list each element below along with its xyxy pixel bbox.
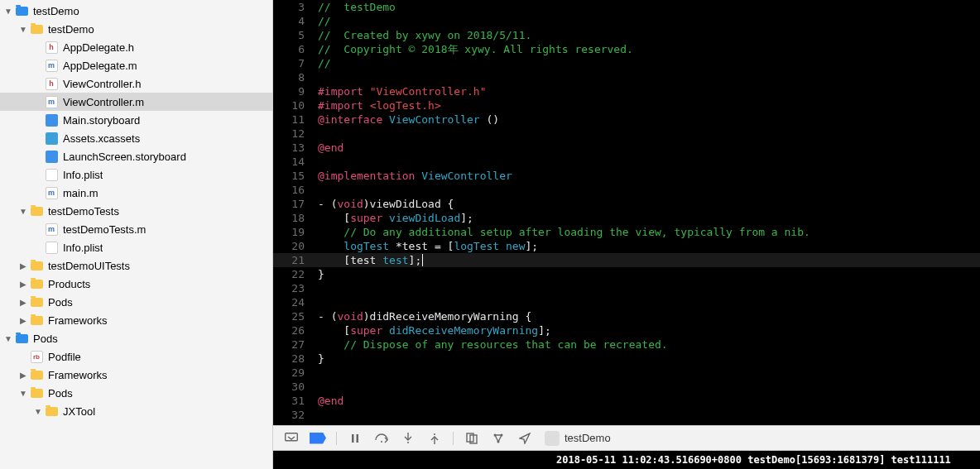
line-number: 18 bbox=[273, 211, 313, 225]
line-number: 24 bbox=[273, 295, 313, 309]
code-content: @interface ViewController () bbox=[313, 112, 980, 127]
code-editor[interactable]: 3// testDemo4//5// Created by xywy on 20… bbox=[273, 0, 980, 425]
file-tree-label: Info.plist bbox=[63, 242, 103, 254]
code-line[interactable]: 14 bbox=[273, 155, 980, 169]
code-content: - (void)didReceiveMemoryWarning { bbox=[313, 309, 980, 323]
step-over-button[interactable] bbox=[370, 429, 393, 447]
code-line[interactable]: 20 logTest *test = [logTest new]; bbox=[273, 239, 980, 253]
file-tree-label: testDemo bbox=[33, 5, 79, 17]
file-tree-item-testdemo[interactable]: ▼testDemo bbox=[0, 2, 272, 20]
code-line[interactable]: 24 bbox=[273, 295, 980, 309]
file-tree-item-appdelegate-m[interactable]: mAppDelegate.m bbox=[0, 56, 272, 74]
disclosure-triangle[interactable]: ▼ bbox=[18, 24, 28, 34]
file-tree-item-testdemo[interactable]: ▼testDemo bbox=[0, 20, 272, 38]
file-tree-item-products[interactable]: ▶Products bbox=[0, 275, 272, 293]
code-line[interactable]: 8 bbox=[273, 70, 980, 84]
code-line[interactable]: 28} bbox=[273, 352, 980, 366]
disclosure-triangle bbox=[18, 352, 28, 361]
code-line[interactable]: 15@implementation ViewController bbox=[273, 169, 980, 183]
line-number: 29 bbox=[273, 366, 313, 380]
code-line[interactable]: 10#import <logTest.h> bbox=[273, 98, 980, 112]
file-tree-item-info-plist[interactable]: Info.plist bbox=[0, 165, 272, 184]
disclosure-triangle[interactable]: ▶ bbox=[18, 261, 28, 270]
disclosure-triangle[interactable]: ▼ bbox=[33, 406, 43, 416]
disclosure-triangle[interactable]: ▼ bbox=[18, 206, 28, 216]
code-line[interactable]: 16 bbox=[273, 183, 980, 197]
file-tree-item-podfile[interactable]: rbPodfile bbox=[0, 347, 272, 366]
file-tree-item-testdemotests-m[interactable]: mtestDemoTests.m bbox=[0, 220, 272, 238]
file-m-icon: m bbox=[45, 59, 58, 72]
simulate-location-button[interactable] bbox=[513, 429, 536, 447]
code-line[interactable]: 7// bbox=[273, 56, 980, 70]
disclosure-triangle bbox=[33, 42, 43, 52]
pause-continue-button[interactable] bbox=[343, 429, 367, 447]
file-tree-item-pods[interactable]: ▶Pods bbox=[0, 293, 272, 311]
file-tree-item-viewcontroller-h[interactable]: hViewController.h bbox=[0, 74, 272, 93]
disclosure-triangle[interactable]: ▶ bbox=[18, 297, 28, 307]
toggle-debug-area-button[interactable] bbox=[280, 429, 303, 447]
disclosure-triangle[interactable]: ▼ bbox=[3, 6, 13, 16]
file-tree-item-testdemouitests[interactable]: ▶testDemoUITests bbox=[0, 256, 272, 275]
file-tree-item-main-m[interactable]: mmain.m bbox=[0, 184, 272, 202]
debug-bar: testDemo bbox=[273, 425, 980, 451]
code-line[interactable]: 11@interface ViewController () bbox=[273, 112, 980, 127]
code-line[interactable]: 21 [test test]; bbox=[273, 253, 980, 267]
debug-view-hierarchy-button[interactable] bbox=[460, 429, 483, 447]
code-line[interactable]: 31@end bbox=[273, 394, 980, 408]
code-content: // bbox=[313, 56, 980, 70]
disclosure-triangle[interactable]: ▶ bbox=[18, 279, 28, 289]
console-area[interactable]: 2018-05-11 11:02:43.516690+0800 testDemo… bbox=[273, 451, 980, 469]
code-content: #import <logTest.h> bbox=[313, 98, 980, 112]
file-tree-item-frameworks[interactable]: ▶Frameworks bbox=[0, 311, 272, 329]
project-navigator[interactable]: ▼testDemo▼testDemohAppDelegate.hmAppDele… bbox=[0, 0, 273, 469]
disclosure-triangle[interactable]: ▶ bbox=[18, 370, 28, 380]
disclosure-triangle[interactable]: ▼ bbox=[3, 333, 13, 343]
code-line[interactable]: 29 bbox=[273, 366, 980, 380]
code-line[interactable]: 27 // Dispose of any resources that can … bbox=[273, 337, 980, 352]
code-line[interactable]: 19 // Do any additional setup after load… bbox=[273, 225, 980, 239]
code-line[interactable]: 5// Created by xywy on 2018/5/11. bbox=[273, 28, 980, 42]
code-line[interactable]: 3// testDemo bbox=[273, 0, 980, 14]
file-tree-item-viewcontroller-m[interactable]: mViewController.m bbox=[0, 93, 272, 111]
file-storyboard-icon bbox=[45, 150, 58, 163]
code-line[interactable]: 9#import "ViewController.h" bbox=[273, 84, 980, 98]
code-line[interactable]: 18 [super viewDidLoad]; bbox=[273, 211, 980, 225]
file-tree-item-pods[interactable]: ▼Pods bbox=[0, 384, 272, 402]
code-line[interactable]: 12 bbox=[273, 127, 980, 141]
file-tree-item-info-plist[interactable]: Info.plist bbox=[0, 238, 272, 256]
code-line[interactable]: 4// bbox=[273, 14, 980, 28]
file-tree-label: Podfile bbox=[48, 351, 81, 363]
code-line[interactable]: 30 bbox=[273, 380, 980, 394]
code-line[interactable]: 32 bbox=[273, 408, 980, 422]
code-line[interactable]: 26 [super didReceiveMemoryWarning]; bbox=[273, 323, 980, 337]
line-number: 15 bbox=[273, 169, 313, 183]
disclosure-triangle[interactable]: ▼ bbox=[18, 388, 28, 398]
file-tree-label: Info.plist bbox=[63, 169, 103, 181]
line-number: 25 bbox=[273, 309, 313, 323]
file-tree-item-launchscreen-storyboard[interactable]: LaunchScreen.storyboard bbox=[0, 147, 272, 165]
code-content: @end bbox=[313, 141, 980, 155]
disclosure-triangle[interactable]: ▶ bbox=[18, 315, 28, 325]
file-tree-item-frameworks[interactable]: ▶Frameworks bbox=[0, 366, 272, 384]
code-line[interactable]: 23 bbox=[273, 281, 980, 295]
file-tree-item-assets-xcassets[interactable]: Assets.xcassets bbox=[0, 129, 272, 147]
code-line[interactable]: 25- (void)didReceiveMemoryWarning { bbox=[273, 309, 980, 323]
file-tree-item-jxtool[interactable]: ▼JXTool bbox=[0, 402, 272, 420]
step-out-button[interactable] bbox=[423, 429, 446, 447]
folder-yellow-icon bbox=[30, 204, 43, 218]
code-line[interactable]: 13@end bbox=[273, 141, 980, 155]
step-into-button[interactable] bbox=[396, 429, 420, 447]
code-line[interactable]: 6// Copyright © 2018年 xywy. All rights r… bbox=[273, 42, 980, 56]
debug-memory-graph-button[interactable] bbox=[487, 429, 510, 447]
separator bbox=[336, 432, 337, 445]
debug-target-selector[interactable]: testDemo bbox=[545, 431, 611, 446]
code-line[interactable]: 17- (void)viewDidLoad { bbox=[273, 197, 980, 211]
line-number: 9 bbox=[273, 84, 313, 98]
folder-yellow-icon bbox=[30, 368, 43, 381]
file-tree-item-pods[interactable]: ▼Pods bbox=[0, 329, 272, 347]
file-tree-item-testdemotests[interactable]: ▼testDemoTests bbox=[0, 202, 272, 220]
file-tree-item-appdelegate-h[interactable]: hAppDelegate.h bbox=[0, 38, 272, 56]
code-line[interactable]: 22} bbox=[273, 267, 980, 281]
breakpoints-button[interactable] bbox=[306, 429, 329, 447]
file-tree-item-main-storyboard[interactable]: Main.storyboard bbox=[0, 111, 272, 129]
